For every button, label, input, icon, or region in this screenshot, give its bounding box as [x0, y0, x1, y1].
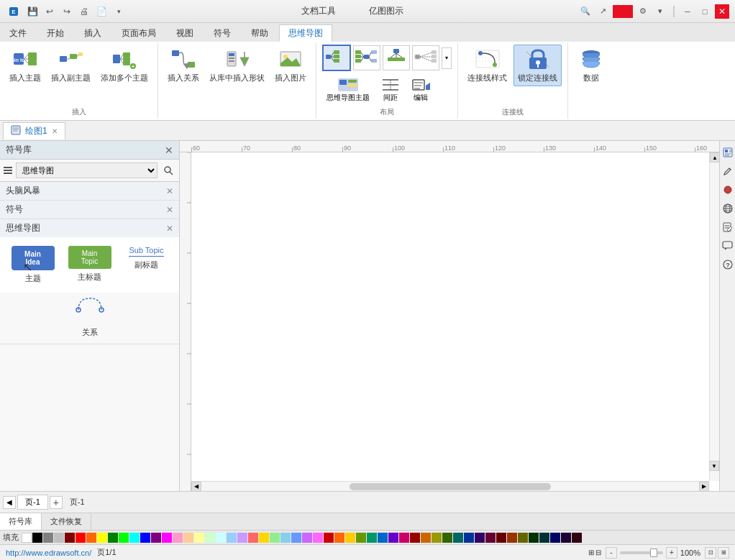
side-icon-help[interactable]: ?: [721, 256, 735, 273]
page-tab[interactable]: 页-1: [17, 495, 48, 510]
category-symbol-close[interactable]: ✕: [166, 205, 173, 215]
close-btn[interactable]: ✕: [715, 4, 729, 19]
symbol-main-topic[interactable]: Main Topic 主标题: [63, 243, 117, 287]
tab-insert[interactable]: 插入: [75, 24, 111, 42]
insert-from-lib-btn[interactable]: 从库中插入形状: [206, 45, 268, 86]
zoom-in-btn[interactable]: +: [666, 547, 677, 559]
swatch-peach[interactable]: [183, 533, 193, 543]
side-icon-circle[interactable]: [721, 181, 735, 198]
swatch-violet[interactable]: [302, 533, 312, 543]
more-icon[interactable]: ▾: [653, 4, 667, 19]
canvas-content[interactable]: [191, 152, 719, 491]
doc-tab-close[interactable]: ✕: [52, 127, 58, 135]
swatch-fuchsia[interactable]: [162, 533, 172, 543]
maximize-btn[interactable]: □: [698, 4, 712, 19]
side-icon-1[interactable]: [721, 144, 735, 161]
category-brainstorm-header[interactable]: 头脑风暴 ✕: [0, 182, 179, 200]
swatch-pink[interactable]: [173, 533, 183, 543]
panel-tab-file-recovery[interactable]: 文件恢复: [42, 513, 91, 530]
mindmap-theme-btn[interactable]: 思维导图主题: [322, 75, 374, 104]
save-quick-btn[interactable]: 💾: [24, 4, 40, 19]
swatch-amber[interactable]: [345, 533, 355, 543]
search-icon[interactable]: 🔍: [578, 4, 593, 19]
swatch-cobalt[interactable]: [378, 533, 388, 543]
category-mindmap-close[interactable]: ✕: [166, 224, 173, 234]
swatch-ltblue[interactable]: [227, 533, 237, 543]
minimize-btn[interactable]: ─: [680, 4, 695, 19]
swatch-red[interactable]: [76, 533, 86, 543]
swatch-gray[interactable]: [43, 533, 53, 543]
scroll-down-btn[interactable]: ▼: [709, 461, 719, 471]
new-btn[interactable]: 📄: [93, 4, 109, 19]
swatch-darknavy[interactable]: [550, 533, 560, 543]
symbol-sub-topic[interactable]: Sub Topic 副标题: [119, 243, 173, 287]
swatch-darkwine2[interactable]: [572, 533, 582, 543]
swatch-silver[interactable]: [54, 533, 64, 543]
page-prev-btn[interactable]: ◀: [3, 496, 16, 509]
more-quick-btn[interactable]: ▾: [111, 4, 127, 19]
swatch-ltgreen[interactable]: [205, 533, 215, 543]
swatch-darkteal2[interactable]: [539, 533, 549, 543]
swatch-lime[interactable]: [119, 533, 129, 543]
insert-sub-subject-btn[interactable]: 插入副主题: [47, 45, 94, 86]
category-mindmap-header[interactable]: 思维导图 ✕: [0, 219, 179, 237]
swatch-forest[interactable]: [442, 533, 452, 543]
swatch-ltcyan[interactable]: [216, 533, 226, 543]
layout-1-btn[interactable]: [322, 45, 351, 71]
symbol-category-select[interactable]: 思维导图 头脑风暴 符号: [16, 162, 158, 178]
swatch-eggplant[interactable]: [561, 533, 571, 543]
fit-page-btn[interactable]: ⊞: [718, 547, 729, 559]
swatch-purple[interactable]: [151, 533, 161, 543]
insert-relation-btn[interactable]: 插入关系: [164, 45, 203, 86]
scroll-up-btn[interactable]: ▲: [710, 152, 719, 162]
symbol-main-idea[interactable]: Main Idea ↖ 主题: [6, 243, 60, 287]
swatch-darkforest[interactable]: [529, 533, 539, 543]
swatch-green[interactable]: [108, 533, 118, 543]
insert-subject-btn[interactable]: Main Idea 插入主题: [6, 45, 45, 86]
swatch-darkgolden[interactable]: [518, 533, 528, 543]
symbol-panel-close[interactable]: ✕: [165, 144, 173, 156]
swatch-skyblue[interactable]: [280, 533, 291, 543]
connector-style-btn[interactable]: 连接线样式: [464, 45, 511, 86]
scroll-right-btn[interactable]: ▶: [699, 482, 709, 492]
swatch-sienna[interactable]: [507, 533, 517, 543]
zoom-thumb[interactable]: [650, 548, 657, 557]
side-icon-edit-doc[interactable]: [721, 219, 735, 236]
fit-btn[interactable]: ⊡: [705, 547, 716, 559]
swatch-yellow[interactable]: [97, 533, 107, 543]
undo-btn[interactable]: ↩: [42, 4, 58, 19]
swatch-darkred[interactable]: [324, 533, 334, 543]
swatch-olive[interactable]: [356, 533, 366, 543]
relation-item[interactable]: 关系: [0, 293, 179, 344]
search-btn[interactable]: [160, 162, 176, 178]
swatch-orange[interactable]: [86, 533, 96, 543]
canvas-vscrollbar[interactable]: ▲ ▼: [709, 152, 719, 481]
swatch-gold[interactable]: [259, 533, 269, 543]
swatch-magenta[interactable]: [313, 533, 323, 543]
layout-3-btn[interactable]: [383, 45, 410, 70]
spacing-btn[interactable]: 间距: [377, 75, 404, 104]
side-icon-globe[interactable]: [721, 200, 735, 217]
category-symbol-header[interactable]: 符号 ✕: [0, 201, 179, 219]
swatch-darkindigo[interactable]: [475, 533, 485, 543]
tab-symbol[interactable]: 符号: [204, 24, 240, 42]
swatch-darkolive[interactable]: [432, 533, 442, 543]
swatch-darkteal[interactable]: [453, 533, 463, 543]
category-brainstorm-close[interactable]: ✕: [166, 186, 173, 196]
swatch-navy[interactable]: [464, 533, 474, 543]
tab-start[interactable]: 开始: [37, 24, 73, 42]
swatch-teal[interactable]: [367, 533, 377, 543]
doc-tab-drawing1[interactable]: 绘图1 ✕: [3, 122, 65, 139]
swatch-crimson[interactable]: [399, 533, 409, 543]
swatch-white[interactable]: [22, 533, 32, 543]
swatch-darkwine[interactable]: [485, 533, 496, 543]
add-multi-subject-btn[interactable]: + 添加多个主题: [97, 45, 152, 86]
swatch-blue[interactable]: [140, 533, 150, 543]
settings-icon[interactable]: ⚙: [636, 4, 650, 19]
page-tab-2[interactable]: 页-1: [64, 495, 91, 509]
zoom-slider[interactable]: [620, 551, 663, 554]
tab-help[interactable]: 帮助: [242, 24, 278, 42]
swatch-ltred[interactable]: [248, 533, 258, 543]
edit-btn[interactable]: 编辑: [407, 75, 434, 104]
swatch-indigo[interactable]: [388, 533, 398, 543]
